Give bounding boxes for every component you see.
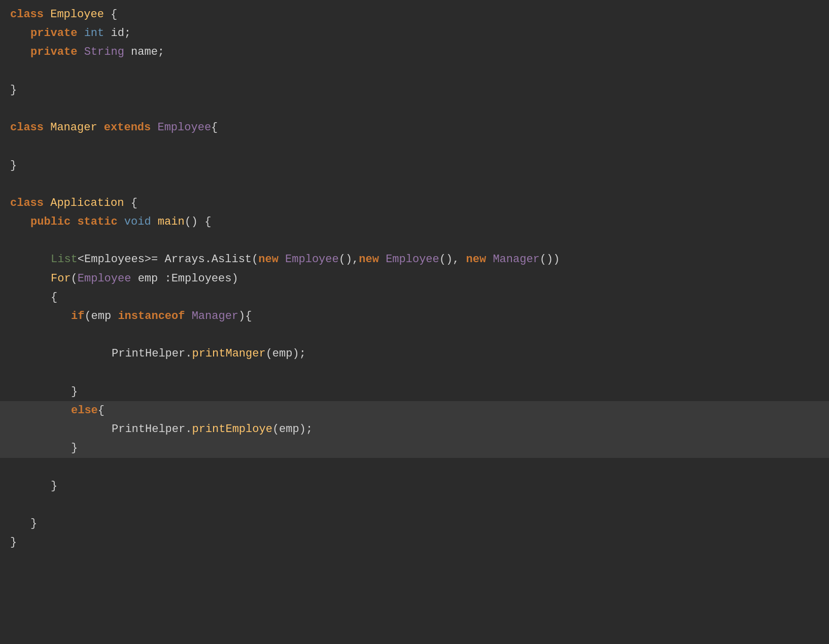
keyword-int: int [84,24,111,42]
code-line: class Employee { [0,5,829,24]
for-paren-open: ( [71,270,78,288]
method-printemploye: printEmploye [192,420,272,438]
keyword-private2: private [30,43,84,61]
keyword-static: static [77,213,124,231]
for-brace-close: } [51,477,57,495]
field-name: name; [131,43,164,61]
brace-close2: } [10,157,17,174]
code-line: private String name; [0,43,829,61]
keyword-private: private [30,24,84,42]
var-emp: emp : [138,270,171,288]
for-brace-open: { [51,289,57,306]
keyword-class2: class [10,119,50,136]
method-printmanger: printManger [192,345,265,363]
main-parens: () { [185,213,212,231]
code-line: } [0,533,829,552]
code-line: { [0,288,829,307]
code-line: PrintHelper.printManger(emp); [0,344,829,363]
code-line-empty [0,62,829,81]
code-line-empty [0,364,829,382]
type-manager1: Manager [493,251,539,268]
code-line: } [0,156,829,175]
method-main: main [158,213,185,231]
printemploye-args: (emp); [272,420,313,438]
type-employee-extends: Employee [157,119,211,136]
parens1: (), [339,251,359,268]
keyword-for: For [51,270,71,288]
keyword-new2: new [359,251,386,268]
type-employee1: Employee [285,251,339,268]
main-brace-close: } [30,515,37,532]
brace-close: } [10,81,17,99]
code-line-empty [0,137,829,156]
code-line: private int id; [0,24,829,43]
code-line: class Application { [0,194,829,212]
keyword-instanceof: instanceof [118,307,191,325]
parens3: ()) [540,251,560,268]
class-name-application: Application [50,194,130,212]
class-name-manager: Manager [50,119,104,136]
brace-open2: { [211,119,218,136]
keyword-public: public [30,213,77,231]
code-line: } [0,81,829,99]
if-paren: (emp [84,307,118,325]
code-editor: class Employee { private int id; private… [0,0,829,644]
type-employee-for: Employee [78,270,138,288]
brace-open: { [111,6,117,23]
printhelper-manager: PrintHelper. [112,345,192,363]
printhelper-employee: PrintHelper. [112,420,192,438]
code-line-empty [0,231,829,250]
code-line: class Manager extends Employee{ [0,118,829,137]
code-line-else-close: } [0,439,829,457]
code-line-empty [0,175,829,194]
code-line-empty [0,99,829,118]
code-line: public static void main() { [0,212,829,231]
code-line: if(emp instanceof Manager){ [0,307,829,326]
keyword-class3: class [10,194,50,212]
printmanger-args: (emp); [266,345,306,363]
keyword-extends: extends [104,119,158,136]
code-line-printemploye: PrintHelper.printEmploye(emp); [0,420,829,439]
keyword-if: if [71,307,84,325]
code-line: List<Employees>= Arrays.Aslist(new Emplo… [0,250,829,269]
code-line-empty [0,495,829,514]
type-manager-if: Manager [192,307,238,325]
code-line: } [0,514,829,533]
parens2: (), [439,251,466,268]
list-generic: <Employees>= Arrays.Aslist( [78,251,258,268]
code-line-else: else{ [0,401,829,420]
employees-ref: Employees) [171,270,238,288]
field-id: id; [111,24,131,42]
code-line-empty [0,326,829,344]
class-name-employee: Employee [50,6,111,23]
code-line-empty [0,458,829,477]
code-line: } [0,477,829,495]
keyword-class: class [10,6,50,23]
keyword-new3: new [466,251,493,268]
keyword-void: void [124,213,158,231]
keyword-else: else [71,402,98,419]
brace-open3: { [131,194,137,212]
type-list: List [51,251,78,268]
class-brace-close: } [10,533,17,551]
keyword-new1: new [258,251,285,268]
code-line: For(Employee emp :Employees) [0,269,829,288]
type-string: String [84,43,131,61]
code-line: } [0,382,829,401]
else-brace-close: } [71,439,78,457]
if-brace-close: } [71,383,78,401]
else-brace-open: { [98,402,105,419]
type-employee2: Employee [386,251,439,268]
if-brace: ){ [238,307,252,325]
